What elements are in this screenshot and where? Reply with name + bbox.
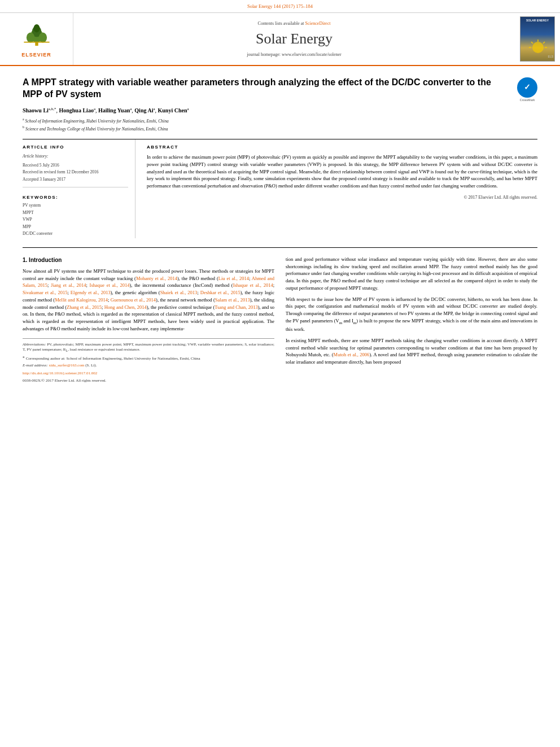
article-history-label: Article history: [23,154,128,160]
ref-elgendy[interactable]: Elgendy et al., 2013 [71,290,111,295]
keywords-section: Keywords: PV system MPPT VWP MPP DC/DC c… [23,194,128,237]
cover-image: SOLAR ENERGY ELS [520,16,555,62]
article-title-section: A MPPT strategy with variable weather pa… [23,76,537,101]
author-qing: Qing Ai [134,107,153,113]
ref-shaiek[interactable]: Shaiek et al., 2013 [160,290,198,295]
elsevier-tree-icon [20,24,54,46]
author-shaowu-sup: a,b,* [49,107,56,111]
keyword-vwp: VWP [23,217,128,223]
email-label: E-mail address: [23,363,49,368]
email-author: (S. Li). [85,363,97,368]
main-content: A MPPT strategy with variable weather pa… [0,66,560,395]
doi-link[interactable]: http://dx.doi.org/10.1016/j.solener.2017… [23,371,97,375]
journal-header: Solar Energy 144 (2017) 175–184 [0,0,560,13]
ref-mohanty[interactable]: Mohanty et al., 2014 [136,276,177,281]
crossmark-circle: ✓ [517,77,537,98]
svg-rect-6 [24,41,49,42]
ref-mellit[interactable]: Mellit and Kalogirou, 2014 [55,297,108,303]
svg-point-5 [38,32,46,42]
history-accepted: Accepted 3 January 2017 [23,177,128,183]
author-hailing: Hailing Yuan [98,107,130,113]
affil-a-text: School of Information Engineering, Hubei… [25,119,169,124]
footnote-email: E-mail address: xidu_surfer@163.com (S. … [23,363,274,369]
abstract-col: ABSTRACT In order to achieve the maximum… [147,139,537,238]
crossmark-badge[interactable]: ✓ CrossMark [517,77,537,98]
body-two-col: 1. Introduction Now almost all PV system… [23,256,537,384]
corresponding-label: Corresponding author at: [26,356,67,361]
email-link[interactable]: xidu_surfer@163.com [49,363,84,368]
keyword-mpp: MPP [23,224,128,230]
authors-line: Shaowu Lia,b,*, Honghua Liaoa, Hailing Y… [23,106,537,115]
ref-jiang[interactable]: Jiang et al., 2014 [51,282,86,288]
article-info-label: ARTICLE INFO [23,144,128,150]
article-title: A MPPT strategy with variable weather pa… [23,76,510,101]
article-info-col: ARTICLE INFO Article history: Received 5… [23,139,135,238]
cover-title: SOLAR ENERGY [526,19,549,22]
right-para-1: tion and good performance without solar … [286,256,537,292]
crossmark-icon: ✓ [524,82,531,93]
copyright-line: © 2017 Elsevier Ltd. All rights reserved… [147,194,537,200]
ref-deshkar[interactable]: Deshkar et al., 2015 [200,290,240,295]
affil-b-sup: b [23,125,24,129]
right-para-2: With respect to the issue how the MPP of… [286,296,537,333]
journal-title: Solar Energy [256,29,333,49]
corresponding-text: School of Information Engineering, Hubei… [66,356,200,361]
svg-point-4 [26,32,34,42]
ref-ishaque2[interactable]: Ishaque et al., 2014 [233,282,273,288]
intro-para-1: Now almost all PV systems use the MPPT t… [23,268,274,333]
journal-homepage: journal homepage: www.elsevier.com/locat… [247,51,341,58]
author-shaowu: Shaowu Li [23,107,49,113]
cover-solar-icon [524,37,552,54]
intro-heading: 1. Introduction [23,256,274,264]
ref-guenounou[interactable]: Guenounou et al., 2014 [111,297,156,303]
ref-salam[interactable]: Salam et al., 2013 [215,297,250,303]
section-divider [23,247,537,248]
body-left-col: 1. Introduction Now almost all PV system… [23,256,274,384]
elsevier-logo-img [14,19,59,50]
ref-ishaque1[interactable]: Ishaque et al., 2014 [90,282,130,288]
contents-line: Contents lists available at ScienceDirec… [258,20,331,27]
keyword-pv: PV system [23,203,128,209]
journal-center: Contents lists available at ScienceDirec… [73,13,515,65]
svg-point-3 [33,24,40,32]
doi-line: http://dx.doi.org/10.1016/j.solener.2017… [23,370,274,377]
abstract-label: ABSTRACT [147,144,537,150]
author-honghua: Honghua Liao [59,107,93,113]
author-honghua-sup: a [94,107,95,111]
author-qing-sup: a [153,107,155,111]
author-kunyi: Kunyi Chen [158,107,187,113]
affil-a-sup: a [23,117,24,121]
abbrev-text: PV, photovoltaic; MPP, maximum power poi… [23,342,274,352]
abbrev-label: Abbreviations: [23,342,46,347]
two-col-section: ARTICLE INFO Article history: Received 5… [23,139,537,238]
affil-b-text: Science and Technology College of Hubei … [25,126,168,132]
page-wrapper: Solar Energy 144 (2017) 175–184 ELSEVIER [0,0,560,747]
cover-logo-small: ELS [548,55,553,59]
journal-cover: SOLAR ENERGY ELS [515,13,560,65]
affil-b: b Science and Technology College of Hube… [23,125,537,132]
ref-sivakumar[interactable]: Sivakumar et al., 2015 [23,290,67,295]
ref-tsang[interactable]: Tsang and Chan, 2013 [215,304,257,310]
ref-hong[interactable]: Hong and Chen, 2014 [104,304,147,310]
author-kunyi-sup: a [187,107,189,111]
keywords-label: Keywords: [23,194,128,200]
footnote-abbreviations: Abbreviations: PV, photovoltaic; MPP, ma… [23,342,274,353]
issn-line: 0038-092X/© 2017 Elsevier Ltd. All right… [23,378,274,384]
elsevier-wordmark: ELSEVIER [21,51,51,59]
body-right-col: tion and good performance without solar … [286,256,537,384]
ref-liu[interactable]: Liu et al., 2014 [218,276,249,281]
footnote-corresponding: * Corresponding author at: School of Inf… [23,356,274,362]
history-received: Received 5 July 2016 [23,163,128,169]
sciencedirect-link[interactable]: ScienceDirect [305,21,331,26]
right-para-3: In existing MPPT methods, there are some… [286,337,537,366]
affil-a: a School of Information Engineering, Hub… [23,117,537,124]
abstract-text: In order to achieve the maximum power po… [147,154,537,190]
keyword-mppt: MPPT [23,210,128,216]
footnote-section: Abbreviations: PV, photovoltaic; MPP, ma… [23,338,274,384]
svg-point-7 [532,42,544,53]
history-revised: Received in revised form 12 December 201… [23,169,128,176]
keyword-dcdc: DC/DC converter [23,231,128,237]
svg-line-12 [531,42,533,43]
ref-mutoh[interactable]: Mutoh et al., 2006 [334,352,370,357]
ref-zhang[interactable]: Zhang et al., 2015 [67,304,102,310]
